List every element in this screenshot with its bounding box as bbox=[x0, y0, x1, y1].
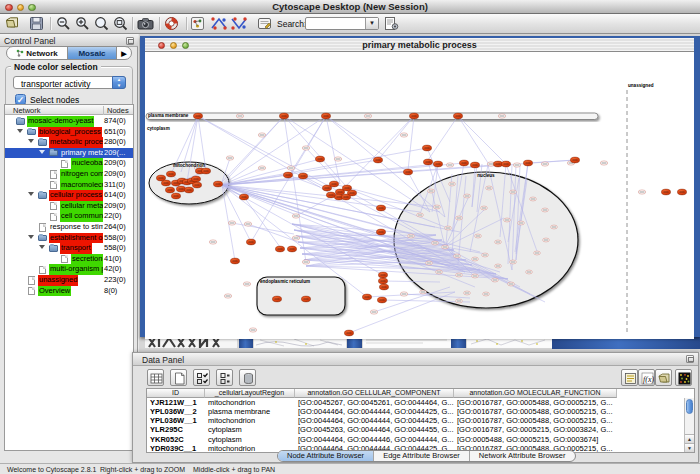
search-settings-icon[interactable] bbox=[384, 16, 399, 31]
browser-tab[interactable]: Edge Attribute Browser bbox=[373, 451, 469, 461]
tree-row[interactable]: primary metabolic pr209(... bbox=[5, 148, 133, 159]
zoom-fit-icon[interactable] bbox=[113, 16, 128, 31]
import-attributes-icon[interactable] bbox=[655, 369, 672, 386]
scroll-down-icon[interactable]: ▼ bbox=[685, 443, 694, 452]
tree-row[interactable]: cellular process614(0) bbox=[5, 190, 133, 201]
scrollbar-thumb[interactable] bbox=[686, 399, 693, 414]
tree-row[interactable]: macromolecule me311(0) bbox=[5, 180, 133, 191]
attribute-table-icon[interactable] bbox=[147, 369, 164, 386]
snapshot-camera-icon[interactable] bbox=[137, 16, 154, 31]
tree-row[interactable]: response to stimulus264(0) bbox=[5, 222, 133, 233]
file-icon bbox=[50, 202, 57, 211]
tree-row[interactable]: nucleobase-contain209(0) bbox=[5, 158, 133, 169]
network-canvas[interactable]: plasma membranecytoplasmmitochondrionnuc… bbox=[145, 53, 694, 339]
annotation-panel-icon[interactable] bbox=[257, 16, 272, 31]
help-lifering-icon[interactable] bbox=[164, 16, 179, 31]
table-cell[interactable]: [GO:0044464, GO:0044446, GO:0044444, G..… bbox=[295, 435, 454, 444]
tree-row[interactable]: secretion41(0) bbox=[5, 254, 133, 265]
table-cell[interactable]: YPL036W__1 bbox=[147, 416, 205, 425]
table-cell[interactable]: [GO:0044464, GO:0044444, GO:0044425, G..… bbox=[295, 407, 454, 416]
save-icon[interactable] bbox=[29, 16, 44, 31]
tree-row[interactable]: Overview8(0) bbox=[5, 286, 133, 297]
table-cell[interactable]: plasma membrane bbox=[205, 407, 295, 416]
table-cell[interactable]: cytoplasm bbox=[205, 435, 295, 444]
tab-network-label: Network bbox=[26, 49, 58, 58]
tree-row-label: macromolecule me bbox=[60, 180, 103, 191]
table-cell[interactable]: [GO:0045263, GO:0044464, GO:0044455, G..… bbox=[295, 425, 454, 434]
unselect-attributes-icon[interactable] bbox=[216, 369, 233, 386]
table-cell[interactable]: [GO:0016787, GO:0005488, GO:0005215, G..… bbox=[454, 416, 617, 425]
table-cell[interactable]: mitochondrion bbox=[205, 416, 295, 425]
file-icon bbox=[39, 266, 46, 275]
table-cell[interactable]: [GO:0016787, GO:0005488, GO:0005215, G..… bbox=[454, 407, 617, 416]
tree-row-label: multi-organism proc bbox=[49, 264, 103, 275]
file-icon bbox=[28, 276, 35, 285]
layout-graph-2-icon[interactable] bbox=[230, 16, 248, 31]
expand-arrow-icon[interactable] bbox=[28, 192, 34, 196]
float-panel-icon[interactable] bbox=[686, 355, 694, 363]
table-cell[interactable]: YLR295C bbox=[147, 425, 205, 434]
combobox-stepper-icon[interactable]: ▲▼ bbox=[112, 76, 126, 89]
table-cell[interactable]: YJR121W__1 bbox=[147, 398, 205, 407]
table-cell[interactable]: [GO:0045267, GO:0045261, GO:0044464, G..… bbox=[295, 398, 454, 407]
attribute-editor-icon[interactable] bbox=[621, 369, 638, 386]
attribute-matrix-icon[interactable] bbox=[675, 369, 692, 386]
table-cell[interactable]: YKR052C bbox=[147, 435, 205, 444]
search-input[interactable] bbox=[307, 19, 365, 28]
tree-row[interactable]: establishment of loc558(0) bbox=[5, 233, 133, 244]
float-panel-icon[interactable] bbox=[126, 37, 134, 45]
tree-row[interactable]: nitrogen compound209(0) bbox=[5, 169, 133, 180]
tree-row[interactable]: biological_process651(0) bbox=[5, 127, 133, 138]
file-icon bbox=[28, 287, 35, 296]
search-dropdown-arrow[interactable]: ▼ bbox=[365, 18, 378, 29]
new-attribute-icon[interactable] bbox=[170, 369, 187, 386]
tab-mosaic[interactable]: Mosaic bbox=[67, 47, 116, 59]
delete-attribute-icon[interactable] bbox=[239, 369, 256, 386]
table-cell[interactable]: [GO:0016787, GO:0005488, GO:0005215, G..… bbox=[454, 398, 617, 407]
tab-overflow-arrow[interactable]: ▶ bbox=[116, 47, 131, 59]
scroll-up-icon[interactable]: ▲ bbox=[685, 434, 694, 443]
function-builder-icon[interactable]: f(x) bbox=[638, 369, 655, 386]
expand-arrow-icon[interactable] bbox=[28, 235, 34, 239]
open-file-icon[interactable] bbox=[5, 16, 20, 31]
table-column-header[interactable]: _cellularLayoutRegion bbox=[205, 389, 295, 398]
network-overview-icon[interactable] bbox=[190, 16, 205, 31]
compartment-label: nucleus bbox=[477, 173, 495, 178]
network-view-titlebar[interactable]: primary metabolic process bbox=[145, 38, 694, 52]
table-column-header[interactable]: annotation.GO CELLULAR_COMPONENT bbox=[295, 389, 454, 398]
layout-graph-1-icon[interactable] bbox=[210, 16, 228, 31]
table-cell[interactable]: [GO:0005488, GO:0005215, GO:0003674] bbox=[454, 435, 617, 444]
table-cell[interactable]: YDR039C__1 bbox=[147, 444, 205, 453]
table-cell[interactable]: YPL036W__2 bbox=[147, 407, 205, 416]
table-cell[interactable]: [GO:0016787, GO:0005215, GO:0003824, G..… bbox=[454, 425, 617, 434]
attribute-table: ID_cellularLayoutRegionannotation.GO CEL… bbox=[146, 388, 695, 453]
window-titlebar[interactable]: Cytoscape Desktop (New Session) bbox=[0, 0, 700, 14]
tree-row[interactable]: metabolic process280(0) bbox=[5, 137, 133, 148]
expand-arrow-icon[interactable] bbox=[28, 139, 34, 143]
browser-tab[interactable]: Node Attribute Browser bbox=[278, 451, 373, 461]
table-cell[interactable]: [GO:0044464, GO:0044444, GO:0044425, G..… bbox=[295, 416, 454, 425]
tree-column-network: Network bbox=[13, 106, 41, 115]
browser-tab[interactable]: Network Attribute Browser bbox=[469, 451, 575, 461]
tree-row[interactable]: transport558(0) bbox=[5, 243, 133, 254]
expand-arrow-icon[interactable] bbox=[39, 150, 45, 154]
table-cell[interactable]: mitochondrion bbox=[205, 398, 295, 407]
expand-arrow-icon[interactable] bbox=[39, 245, 45, 249]
zoom-selected-icon[interactable] bbox=[94, 16, 109, 31]
tree-row[interactable]: multi-organism proc42(0) bbox=[5, 264, 133, 275]
zoom-in-icon[interactable] bbox=[75, 16, 90, 31]
tree-row[interactable]: cellular metabolic209(0) bbox=[5, 201, 133, 212]
expand-arrow-icon[interactable] bbox=[17, 129, 23, 133]
table-scrollbar[interactable]: ▲ ▼ bbox=[684, 398, 694, 453]
table-column-header[interactable]: annotation.GO MOLECULAR_FUNCTION bbox=[454, 389, 617, 398]
node-color-combobox[interactable]: transporter activity ▲▼ bbox=[13, 76, 126, 89]
tree-row[interactable]: unassigned223(0) bbox=[5, 275, 133, 286]
table-cell[interactable]: cytoplasm bbox=[205, 425, 295, 434]
search-combobox[interactable]: ▼ bbox=[305, 17, 379, 30]
select-attributes-icon[interactable] bbox=[193, 369, 210, 386]
zoom-out-icon[interactable] bbox=[56, 16, 71, 31]
tree-row[interactable]: cell communication22(0) bbox=[5, 211, 133, 222]
tree-row[interactable]: mosaic-demo-yeast874(0) bbox=[5, 116, 133, 127]
table-column-header[interactable]: ID bbox=[147, 389, 205, 398]
tab-network[interactable]: Network bbox=[7, 47, 67, 59]
